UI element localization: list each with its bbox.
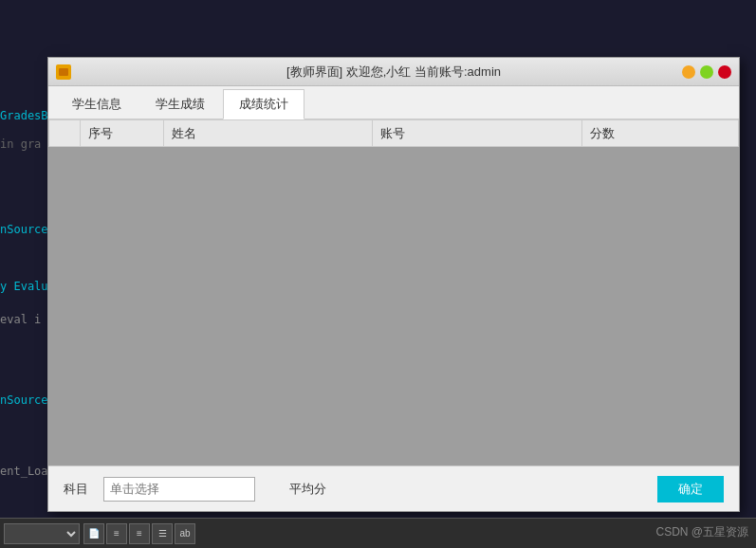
data-table: 序号 姓名 账号 分数: [48, 119, 739, 441]
toolbar-icon-4[interactable]: ☰: [152, 523, 173, 544]
tab-grade-stats[interactable]: 成绩统计: [223, 89, 304, 119]
terminal-line-ingra: in gra: [0, 137, 41, 151]
col-name: 姓名: [164, 120, 373, 147]
close-button[interactable]: [718, 65, 731, 79]
table-body: [49, 147, 739, 441]
main-window: [教师界面] 欢迎您,小红 当前账号:admin 学生信息 学生成绩 成绩统计 …: [47, 57, 740, 512]
subject-input[interactable]: [103, 477, 255, 502]
terminal-line-eval: eval i: [0, 313, 41, 326]
window-content: 学生信息 学生成绩 成绩统计 序号 姓名 账号 分数: [48, 86, 739, 511]
window-controls: [682, 65, 731, 79]
bullet-icon: ☰: [158, 528, 167, 539]
col-seq: 序号: [81, 120, 164, 147]
maximize-button[interactable]: [700, 65, 713, 79]
tab-student-info[interactable]: 学生信息: [56, 89, 138, 119]
terminal-line-entload: ent_Loa: [0, 465, 48, 478]
terminal-line-evalu: y Evalu: [0, 280, 48, 293]
col-account: 账号: [373, 120, 581, 147]
toolbar-icon-3[interactable]: ≡: [129, 523, 150, 544]
col-score: 分数: [581, 120, 738, 147]
confirm-button[interactable]: 确定: [657, 476, 724, 502]
toolbar-icon-1[interactable]: 📄: [83, 523, 104, 544]
text-icon: ab: [179, 528, 190, 539]
col-checkbox: [49, 120, 81, 147]
toolbar-icon-5[interactable]: ab: [175, 523, 195, 544]
bottom-toolbar: 📄 ≡ ≡ ☰ ab CSDN @五星资源: [0, 518, 756, 548]
window-title: [教师界面] 欢迎您,小红 当前账号:admin: [286, 64, 501, 81]
table-wrapper: 序号 姓名 账号 分数: [48, 119, 739, 466]
terminal-line-grades: GradesB: [0, 109, 48, 122]
title-bar: [教师界面] 欢迎您,小红 当前账号:admin: [48, 58, 739, 86]
toolbar-dropdown[interactable]: [4, 523, 80, 544]
minimize-button[interactable]: [682, 65, 695, 79]
table-header-row: 序号 姓名 账号 分数: [49, 120, 739, 147]
table-empty-area: [49, 147, 739, 441]
toolbar-icon-2[interactable]: ≡: [106, 523, 127, 544]
avg-label: 平均分: [289, 481, 326, 498]
tab-student-grades[interactable]: 学生成绩: [139, 89, 221, 119]
terminal-line-source2: nSource: [0, 393, 48, 407]
tabs-bar: 学生信息 学生成绩 成绩统计: [48, 86, 739, 119]
doc-icon: 📄: [88, 528, 100, 539]
bottom-panel: 科目 平均分 确定: [48, 466, 739, 511]
list-icon: ≡: [137, 528, 142, 539]
subject-label: 科目: [64, 481, 88, 498]
app-icon: [56, 64, 71, 80]
indent-icon: ≡: [114, 528, 120, 539]
terminal-line-source1: nSource: [0, 223, 48, 236]
csdn-watermark: CSDN @五星资源: [655, 524, 748, 540]
